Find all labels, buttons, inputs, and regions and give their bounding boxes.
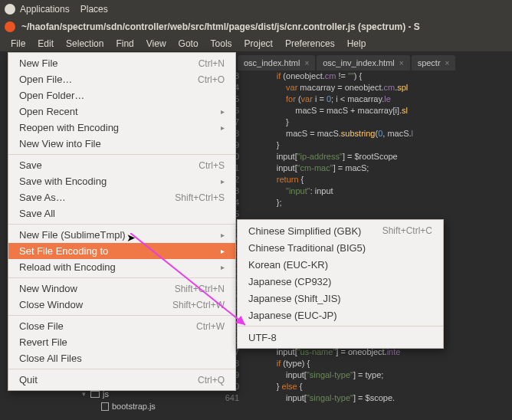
places-menu[interactable]: Places	[80, 4, 108, 15]
menu-item-set-file-encoding-to[interactable]: Set File Encoding to	[8, 243, 235, 259]
file-menu-dropdown: New FileCtrl+NOpen File…Ctrl+OOpen Folde…	[8, 52, 236, 391]
encoding-option-chinese-simplified-gbk-[interactable]: Chinese Simplified (GBK)Shift+Ctrl+C	[238, 222, 443, 239]
window-close-icon[interactable]	[5, 21, 15, 32]
encoding-option-japanese-euc-jp-[interactable]: Japanese (EUC-JP)	[238, 307, 443, 323]
editor-tab[interactable]: osc_inv_index.html×	[317, 55, 409, 71]
menu-item-save-as-[interactable]: Save As…Shift+Ctrl+S	[8, 189, 235, 205]
menu-item-new-view-into-file[interactable]: New View into File	[8, 136, 235, 152]
editor-tab[interactable]: spectr×	[412, 55, 456, 71]
window-titlebar: ~/haofan/spectrum/sdn/controller/web/src…	[0, 18, 512, 35]
editor-tab[interactable]: osc_index.html×	[238, 55, 315, 71]
menu-help[interactable]: Help	[341, 36, 373, 51]
file-icon	[101, 402, 109, 411]
menu-file[interactable]: File	[5, 36, 31, 51]
menu-project[interactable]: Project	[238, 36, 279, 51]
encoding-option-utf-8[interactable]: UTF-8	[238, 329, 443, 346]
editor-tabs: osc_index.html×osc_inv_index.html×spectr…	[238, 52, 512, 71]
menu-item-revert-file[interactable]: Revert File	[8, 334, 235, 350]
app-menubar: FileEditSelectionFindViewGotoToolsProjec…	[0, 35, 512, 52]
close-icon[interactable]: ×	[304, 59, 309, 67]
close-icon[interactable]: ×	[445, 59, 450, 67]
window-title: ~/haofan/spectrum/sdn/controller/web/src…	[21, 21, 420, 32]
encoding-option-korean-euc-kr-[interactable]: Korean (EUC-KR)	[238, 256, 443, 273]
applications-menu[interactable]: Applications	[20, 4, 70, 15]
menu-item-quit[interactable]: QuitCtrl+Q	[8, 372, 235, 388]
menu-find[interactable]: Find	[110, 36, 139, 51]
menu-item-open-recent[interactable]: Open Recent	[8, 103, 235, 120]
menu-item-new-window[interactable]: New WindowShift+Ctrl+N	[8, 281, 235, 297]
close-icon[interactable]: ×	[399, 59, 404, 67]
menu-item-new-file-sublimetmpl-[interactable]: New File (SublimeTmpl)	[8, 227, 235, 243]
menu-separator	[8, 315, 235, 316]
chevron-down-icon: ▾	[80, 390, 87, 398]
menu-item-save-with-encoding[interactable]: Save with Encoding	[8, 173, 235, 189]
menu-separator	[8, 277, 235, 278]
encoding-option-chinese-traditional-big5-[interactable]: Chinese Traditional (BIG5)	[238, 239, 443, 256]
ubuntu-top-panel: Applications Places	[0, 0, 512, 18]
menu-edit[interactable]: Edit	[31, 36, 60, 51]
menu-item-save-all[interactable]: Save All	[8, 205, 235, 221]
encoding-submenu: Chinese Simplified (GBK)Shift+Ctrl+CChin…	[237, 219, 444, 349]
menu-item-save[interactable]: SaveCtrl+S	[8, 157, 235, 173]
folder-icon	[90, 391, 100, 398]
menu-goto[interactable]: Goto	[172, 36, 205, 51]
tree-file-bootstrap[interactable]: bootstrap.js	[61, 400, 215, 412]
menu-separator	[8, 224, 235, 225]
menu-tools[interactable]: Tools	[205, 36, 238, 51]
encoding-option-japanese-shift-jis-[interactable]: Japanese (Shift_JIS)	[238, 290, 443, 307]
menu-item-reload-with-encoding[interactable]: Reload with Encoding	[8, 259, 235, 275]
menu-separator	[238, 326, 443, 326]
menu-item-close-window[interactable]: Close WindowShift+Ctrl+W	[8, 297, 235, 313]
menu-separator	[8, 154, 235, 155]
ubuntu-logo-icon	[5, 4, 15, 15]
menu-view[interactable]: View	[140, 36, 172, 51]
menu-preferences[interactable]: Preferences	[279, 36, 341, 51]
menu-item-close-all-files[interactable]: Close All Files	[8, 350, 235, 366]
menu-item-reopen-with-encoding[interactable]: Reopen with Encoding	[8, 120, 235, 136]
menu-item-close-file[interactable]: Close FileCtrl+W	[8, 318, 235, 334]
encoding-option-japanese-cp932-[interactable]: Japanese (CP932)	[238, 273, 443, 290]
menu-separator	[8, 369, 235, 369]
menu-item-open-folder-[interactable]: Open Folder…	[8, 87, 235, 103]
menu-item-new-file[interactable]: New FileCtrl+N	[8, 55, 235, 71]
menu-item-open-file-[interactable]: Open File…Ctrl+O	[8, 71, 235, 87]
menu-selection[interactable]: Selection	[60, 36, 110, 51]
